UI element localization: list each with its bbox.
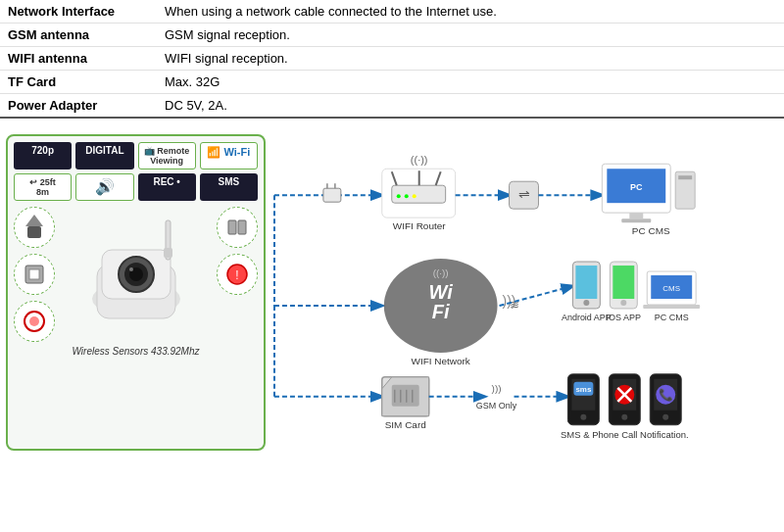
- svg-text:Android APP: Android APP: [562, 313, 612, 322]
- svg-text:PC: PC: [630, 182, 643, 192]
- svg-rect-0: [27, 226, 41, 238]
- svg-rect-41: [621, 218, 651, 222]
- svg-rect-17: [238, 220, 246, 234]
- sensor-2: [14, 254, 55, 295]
- svg-rect-3: [29, 269, 39, 279]
- network-svg: ((·)) WIFI Router ⇌ PC PC CMS: [270, 134, 778, 448]
- sensor-5: !: [217, 254, 258, 295]
- svg-point-5: [29, 316, 39, 326]
- diagram-area: 720p DIGITAL 📺 RemoteViewing 📶 Wi-Fi ↩ 2…: [0, 128, 784, 457]
- svg-text:PC CMS: PC CMS: [655, 313, 689, 322]
- svg-rect-40: [629, 213, 643, 218]
- spec-label: GSM antenna: [0, 24, 157, 47]
- spec-value: GSM signal reception.: [157, 24, 784, 47]
- feat-rec: REC •: [138, 173, 196, 201]
- svg-point-30: [413, 194, 416, 198]
- svg-text:📞: 📞: [659, 387, 673, 402]
- svg-rect-16: [228, 220, 236, 234]
- spec-value: When using a network cable connected to …: [157, 0, 784, 24]
- svg-text:sms: sms: [575, 385, 592, 394]
- sensor-4: [217, 207, 258, 248]
- spec-value: DC 5V, 2A.: [157, 94, 784, 119]
- svg-rect-99: [323, 188, 341, 202]
- camera-main: [59, 207, 213, 342]
- feature-buttons: 720p DIGITAL 📺 RemoteViewing 📶 Wi-Fi ↩ 2…: [14, 142, 258, 201]
- svg-text:Wi: Wi: [429, 281, 454, 303]
- feat-range: ↩ 25ft8m: [14, 173, 72, 201]
- svg-text:SMS & Phone Call Notification.: SMS & Phone Call Notification.: [561, 429, 689, 440]
- svg-text:CMS: CMS: [662, 284, 680, 293]
- spec-label: TF Card: [0, 71, 157, 94]
- svg-point-97: [662, 414, 668, 420]
- svg-point-28: [397, 194, 401, 198]
- svg-point-61: [620, 300, 626, 306]
- svg-text:((·)): ((·)): [411, 154, 428, 166]
- svg-rect-56: [575, 266, 597, 299]
- svg-text:))): ))): [503, 293, 516, 309]
- specs-table: Network InterfaceWhen using a network ca…: [0, 0, 784, 119]
- svg-text:))): ))): [492, 383, 502, 394]
- svg-text:⇌: ⇌: [518, 186, 530, 202]
- feat-audio: 🔊: [75, 173, 133, 201]
- feat-wifi: 📶 Wi-Fi: [200, 142, 258, 169]
- camera-caption: Wireless Sensors 433.92Mhz: [14, 346, 258, 357]
- spec-label: Network Interface: [0, 0, 157, 24]
- svg-rect-66: [643, 305, 700, 309]
- spec-label: WIFI antenna: [0, 47, 157, 71]
- camera-svg: [68, 211, 205, 338]
- network-diagram: ((·)) WIFI Router ⇌ PC PC CMS: [270, 134, 778, 451]
- feat-sms: SMS: [200, 173, 258, 201]
- svg-rect-15: [164, 248, 172, 258]
- right-sensors: !: [217, 207, 258, 342]
- left-sensors: [14, 207, 55, 342]
- spec-label: Power Adapter: [0, 94, 157, 119]
- feat-digital: DIGITAL: [75, 142, 133, 169]
- svg-point-57: [583, 300, 589, 306]
- camera-panel: 720p DIGITAL 📺 RemoteViewing 📶 Wi-Fi ↩ 2…: [6, 134, 266, 451]
- svg-text:Fi: Fi: [432, 301, 450, 322]
- sensor-1: [14, 207, 55, 248]
- svg-text:IOS APP: IOS APP: [607, 313, 641, 322]
- svg-rect-60: [612, 266, 634, 299]
- svg-point-29: [405, 194, 409, 198]
- svg-text:((·)): ((·)): [433, 267, 449, 278]
- feat-720p: 720p: [14, 142, 72, 169]
- svg-marker-1: [25, 215, 43, 226]
- svg-rect-72: [392, 385, 419, 407]
- svg-text:WIFI Network: WIFI Network: [411, 356, 469, 366]
- svg-text:WIFI Router: WIFI Router: [393, 220, 446, 231]
- svg-point-13: [129, 267, 133, 271]
- feat-remote: 📺 RemoteViewing: [138, 142, 196, 169]
- spec-value: Max. 32G: [157, 71, 784, 94]
- svg-text:GSM Only: GSM Only: [476, 401, 517, 411]
- spec-value: WIFI signal reception.: [157, 47, 784, 71]
- svg-text:!: !: [235, 268, 238, 282]
- svg-text:SIM Card: SIM Card: [385, 419, 426, 430]
- svg-rect-43: [678, 175, 692, 179]
- svg-point-86: [580, 414, 586, 420]
- svg-rect-24: [392, 185, 446, 203]
- svg-text:PC CMS: PC CMS: [632, 225, 670, 236]
- camera-image-area: !: [14, 207, 258, 342]
- sensor-3: [14, 301, 55, 342]
- svg-point-92: [621, 414, 627, 420]
